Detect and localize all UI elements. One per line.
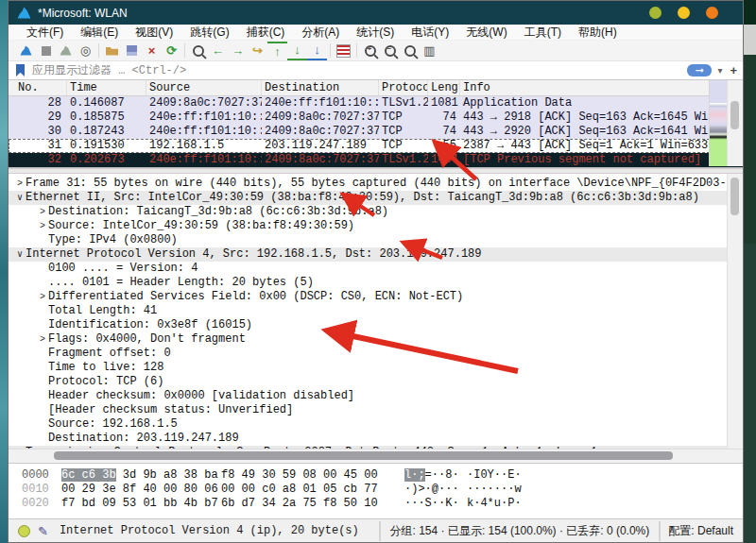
apply-filter-button[interactable]: ➞: [687, 64, 712, 76]
hex-row[interactable]: 0010 00 29 3e 8f 40 00 80 06 00 00 c0 a8…: [9, 483, 743, 497]
menu-wireless[interactable]: 无线(W): [457, 25, 515, 41]
last-packet-icon[interactable]: ↓: [287, 42, 307, 60]
hex-bytes-selected[interactable]: 6c c6 3b: [61, 468, 116, 482]
detail-line-ip-source[interactable]: Source: 192.168.1.5: [9, 417, 743, 432]
dot-yellow-icon[interactable]: [678, 7, 690, 19]
detail-line-identification[interactable]: Identification: 0x3e8f (16015): [9, 318, 743, 332]
ascii-selected[interactable]: l·;: [404, 468, 425, 482]
expander-icon[interactable]: >: [37, 290, 48, 304]
details-scrollbar[interactable]: [727, 174, 743, 449]
capture-options-icon[interactable]: ◎: [76, 42, 95, 59]
col-length[interactable]: Length: [428, 80, 460, 95]
profile-label[interactable]: 配置: Default: [661, 521, 743, 541]
recorder-dots[interactable]: [649, 7, 718, 19]
goto-packet-icon[interactable]: ↪: [248, 42, 267, 59]
hex-bytes[interactable]: 00 29 3e 8f 40 00 80 06: [61, 483, 215, 497]
display-filter-input[interactable]: 应用显示过滤器 … <Ctrl-/>: [32, 62, 687, 78]
packet-list-header[interactable]: No. Time Source Destination Protocol Len…: [9, 80, 743, 96]
packet-row-32-bad-tcp[interactable]: 32 0.202673 240e:ff:f101:10::1a0 2409:8a…: [9, 153, 743, 167]
auto-scroll-icon[interactable]: ↓: [307, 42, 327, 60]
detail-line-flags[interactable]: >Flags: 0x4000, Don't fragment: [9, 332, 743, 347]
scrollbar-thumb[interactable]: [54, 451, 673, 460]
menu-go[interactable]: 跳转(G): [181, 25, 237, 41]
zoom-in-icon[interactable]: [360, 42, 380, 59]
detail-line-fragment-offset[interactable]: Fragment offset: 0: [9, 347, 743, 361]
hex-row[interactable]: 0020 f7 bd 09 53 01 bb 4b b7 6b d7 34 2a…: [9, 497, 743, 511]
menu-help[interactable]: 帮助(H): [570, 25, 626, 41]
scrollbar-thumb[interactable]: [730, 178, 739, 215]
menu-capture[interactable]: 捕获(C): [238, 25, 294, 41]
zoom-out-icon[interactable]: [380, 42, 400, 59]
first-packet-icon[interactable]: ↑: [267, 42, 287, 60]
expander-icon[interactable]: >: [37, 205, 48, 219]
start-capture-icon[interactable]: [16, 42, 36, 59]
scrollbar-thumb[interactable]: [730, 101, 739, 129]
col-time[interactable]: Time: [67, 80, 146, 95]
hex-bytes[interactable]: f8 49 30 59 08 00 45 00: [221, 468, 382, 483]
ascii-bytes[interactable]: ·I0Y··E·: [467, 468, 522, 483]
ascii-bytes[interactable]: k·4*u·P·: [467, 497, 522, 511]
detail-line-version[interactable]: 0100 .... = Version: 4: [9, 262, 743, 276]
titlebar[interactable]: *Microsoft: WLAN: [9, 1, 743, 25]
expert-info-icon[interactable]: [18, 525, 30, 537]
detail-line-dsfield[interactable]: >Differentiated Services Field: 0x00 (DS…: [9, 290, 743, 304]
menu-telephony[interactable]: 电话(Y): [403, 25, 457, 41]
ascii-bytes[interactable]: ·······w: [467, 483, 522, 497]
previous-packet-icon[interactable]: ←: [208, 42, 228, 59]
capture-comment-icon[interactable]: ✎: [38, 524, 48, 538]
expander-icon[interactable]: ∨: [14, 191, 26, 205]
dot-orange-icon[interactable]: [706, 7, 718, 19]
menu-tools[interactable]: 工具(T): [516, 25, 570, 41]
detail-line-ipv4[interactable]: ∨Internet Protocol Version 4, Src: 192.1…: [9, 247, 743, 262]
colorize-packets-icon[interactable]: [334, 42, 353, 59]
menu-statistics[interactable]: 统计(S): [348, 25, 403, 41]
expander-icon[interactable]: >: [37, 332, 48, 347]
intelligent-scrollbar-minimap[interactable]: [709, 80, 728, 166]
expander-icon[interactable]: >: [37, 219, 48, 233]
detail-line-eth-destination[interactable]: >Destination: TaicangT_3d:9b:a8 (6c:c6:3…: [9, 205, 743, 219]
expander-icon[interactable]: ∨: [14, 247, 26, 262]
hex-bytes[interactable]: f7 bd 09 53 01 bb 4b b7: [61, 497, 215, 511]
find-packet-icon[interactable]: [188, 42, 208, 59]
restart-capture-icon[interactable]: [56, 42, 76, 59]
detail-line-header-length[interactable]: .... 0101 = Header Length: 20 bytes (5): [9, 276, 743, 290]
stop-capture-icon[interactable]: [36, 42, 56, 59]
packet-row-28[interactable]: 28 0.146087 2409:8a0c:7027:3760… 240e:ff…: [9, 96, 743, 110]
save-file-icon[interactable]: [122, 42, 142, 59]
detail-line-protocol[interactable]: Protocol: TCP (6): [9, 375, 743, 389]
detail-line-header-checksum[interactable]: Header checksum: 0x0000 [validation disa…: [9, 389, 743, 403]
reload-file-icon[interactable]: ⟳: [162, 42, 181, 59]
zoom-100-icon[interactable]: [400, 42, 420, 59]
hex-bytes[interactable]: 3d 9b a8 38 ba: [116, 468, 218, 482]
packet-row-29[interactable]: 29 0.185875 240e:ff:f101:10::1a0 2409:8a…: [9, 110, 743, 125]
packet-row-30[interactable]: 30 0.187243 240e:ff:f101:10::1a0 2409:8a…: [9, 125, 743, 139]
col-no[interactable]: No.: [9, 80, 67, 95]
detail-line-eth-source[interactable]: >Source: IntelCor_49:30:59 (38:ba:f8:49:…: [9, 219, 743, 233]
resize-columns-icon[interactable]: ▥: [420, 42, 439, 59]
detail-line-ethernet[interactable]: ∨Ethernet II, Src: IntelCor_49:30:59 (38…: [9, 191, 743, 205]
filter-bookmark-icon[interactable]: [16, 64, 25, 76]
expander-icon[interactable]: >: [14, 177, 26, 191]
horizontal-scrollbar[interactable]: [9, 449, 743, 464]
col-source[interactable]: Source: [146, 80, 262, 95]
detail-line-ip-destination[interactable]: Destination: 203.119.247.189: [9, 432, 743, 446]
menu-file[interactable]: 文件(F): [18, 25, 72, 41]
detail-line-checksum-status[interactable]: [Header checksum status: Unverified]: [9, 403, 743, 417]
hex-bytes[interactable]: 6b d7 34 2a 75 f8 50 10: [221, 497, 382, 511]
detail-line-frame[interactable]: >Frame 31: 55 bytes on wire (440 bits), …: [9, 177, 743, 191]
detail-line-ttl[interactable]: Time to live: 128: [9, 361, 743, 375]
filter-dropdown-caret-icon[interactable]: ▾: [717, 65, 722, 76]
detail-line-eth-type[interactable]: Type: IPv4 (0x0800): [9, 233, 743, 247]
close-file-icon[interactable]: ×: [142, 42, 162, 59]
menu-view[interactable]: 视图(V): [127, 25, 181, 41]
menu-analyze[interactable]: 分析(A): [293, 25, 348, 41]
packet-list-scrollbar[interactable]: [727, 80, 743, 166]
dot-green-icon[interactable]: [649, 7, 662, 19]
open-file-icon[interactable]: [102, 42, 122, 59]
col-protocol[interactable]: Protocol: [379, 80, 428, 95]
hex-bytes[interactable]: 00 00 c0 a8 01 05 cb 77: [221, 483, 382, 497]
ascii-bytes[interactable]: ···S··K·: [404, 497, 461, 511]
add-filter-button[interactable]: +: [730, 63, 737, 77]
packet-row-31-selected[interactable]: 31 0.191530 192.168.1.5 203.119.247.189 …: [9, 139, 743, 153]
detail-line-total-length[interactable]: Total Length: 41: [9, 304, 743, 318]
